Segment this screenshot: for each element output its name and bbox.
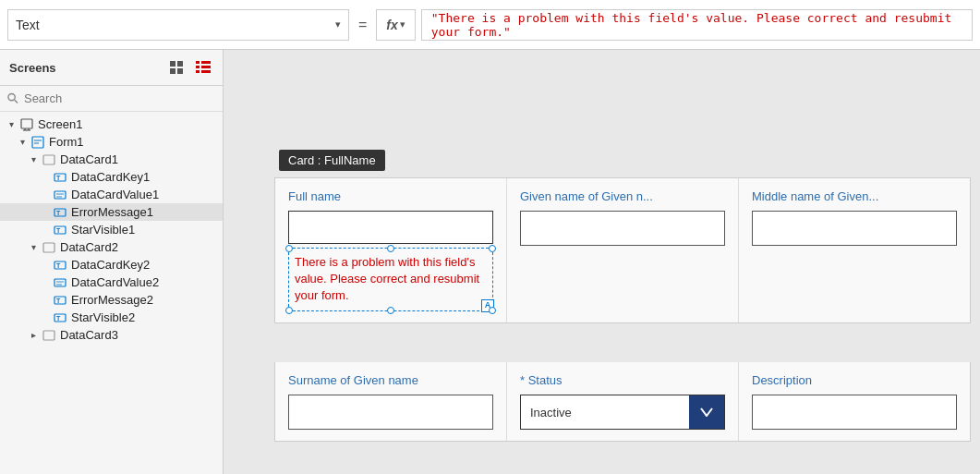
toggle-datacard1: ▾ [26, 154, 41, 164]
middlename-input[interactable] [752, 211, 957, 246]
sidebar-item-starvisible1[interactable]: T StarVisible1 [0, 221, 223, 238]
screen1-label: Screen1 [38, 117, 82, 131]
svg-rect-19 [43, 155, 54, 164]
grid-view-button[interactable] [167, 57, 188, 78]
property-label: Text [16, 18, 335, 32]
svg-text:T: T [56, 262, 61, 269]
status-dropdown[interactable]: Inactive [520, 395, 725, 430]
surname-label: Surname of Given name [288, 373, 493, 387]
svg-rect-3 [177, 68, 183, 74]
form-icon [30, 136, 46, 149]
svg-rect-7 [201, 66, 211, 68]
text-icon-em2: T [52, 294, 68, 307]
svg-text:T: T [56, 315, 61, 322]
sidebar-item-screen1[interactable]: ▾ Screen1 [0, 115, 223, 133]
formula-value: "There is a problem with this field's va… [431, 11, 962, 39]
starvisible1-label: StarVisible1 [71, 223, 135, 237]
datacardkey1-label: DataCardKey1 [71, 170, 150, 184]
text-icon-sv1: T [52, 224, 68, 237]
toggle-form1: ▾ [15, 137, 30, 147]
givenname-label: Given name of Given n... [520, 189, 725, 203]
svg-rect-5 [201, 61, 211, 64]
status-dropdown-button[interactable] [689, 395, 724, 430]
fx-label: fx [386, 18, 397, 32]
svg-rect-16 [32, 137, 43, 148]
svg-point-10 [8, 93, 15, 100]
sidebar-header: Screens [0, 50, 223, 86]
svg-rect-0 [170, 61, 175, 67]
sidebar-item-datacard2[interactable]: ▾ DataCard2 [0, 238, 223, 256]
fields-row-2: Surname of Given name * Status Inactive [274, 362, 971, 442]
fx-chevron-icon: ▾ [400, 18, 405, 30]
fullname-input-wrapper [288, 211, 493, 244]
screen-icon [18, 118, 35, 131]
handle-br [489, 307, 496, 314]
handle-bm [387, 307, 394, 314]
handle-tr [489, 245, 496, 252]
datacard3-icon [41, 329, 57, 342]
status-field: * Status Inactive [507, 362, 739, 441]
datacard1-label: DataCard1 [60, 152, 118, 166]
status-value: Inactive [521, 406, 689, 419]
sidebar-item-datacardvalue2[interactable]: DataCardValue2 [0, 273, 223, 291]
svg-rect-12 [21, 119, 32, 128]
sidebar-item-datacard3[interactable]: ▸ DataCard3 [0, 326, 223, 344]
property-dropdown[interactable]: Text ▾ [7, 9, 349, 41]
surname-input[interactable] [288, 395, 493, 430]
givenname-input[interactable] [520, 211, 725, 246]
sidebar-item-form1[interactable]: ▾ Form1 [0, 133, 223, 151]
sidebar-item-errormessage1[interactable]: T ErrorMessage1 [0, 203, 223, 221]
svg-text:T: T [56, 227, 61, 234]
multi-icon-2 [52, 276, 68, 289]
sidebar-item-datacardkey2[interactable]: T DataCardKey2 [0, 256, 223, 273]
description-field: Description [739, 362, 970, 441]
search-icon [7, 92, 18, 104]
property-chevron-icon: ▾ [335, 18, 341, 30]
canvas: Card : FullName Full name There is a pro… [224, 50, 980, 474]
description-label: Description [752, 373, 957, 387]
form1-label: Form1 [49, 135, 84, 149]
fullname-field: Full name There is a problem with this f… [275, 178, 507, 322]
fullname-input[interactable] [288, 211, 493, 244]
datacard1-icon [41, 153, 57, 166]
errormessage1-label: ErrorMessage1 [71, 205, 153, 219]
svg-rect-32 [54, 279, 66, 286]
tree-view: ▾ Screen1 ▾ [0, 112, 223, 474]
svg-rect-6 [196, 66, 200, 68]
sidebar-view-controls [167, 57, 213, 78]
datacard2-icon [41, 241, 57, 254]
description-input[interactable] [752, 395, 957, 430]
sidebar-item-starvisible2[interactable]: T StarVisible2 [0, 309, 223, 326]
equals-symbol: = [355, 17, 370, 33]
formula-bar[interactable]: "There is a problem with this field's va… [421, 9, 973, 41]
sidebar-item-datacardvalue1[interactable]: DataCardValue1 [0, 186, 223, 203]
handle-bl [285, 307, 293, 314]
sidebar-item-datacardkey1[interactable]: T DataCardKey1 [0, 168, 223, 186]
sidebar: Screens [0, 50, 224, 474]
svg-rect-8 [196, 70, 200, 73]
sidebar-item-errormessage2[interactable]: T ErrorMessage2 [0, 291, 223, 309]
list-view-button[interactable] [193, 57, 213, 78]
datacard2-label: DataCard2 [60, 240, 118, 254]
givenname-field: Given name of Given n... [507, 178, 739, 322]
error-text-box[interactable]: There is a problem with this field's val… [288, 248, 493, 311]
datacard3-label: DataCard3 [60, 328, 118, 342]
search-bar [0, 86, 223, 112]
fullname-label: Full name [288, 189, 493, 203]
text-icon-sv2: T [52, 311, 68, 324]
search-input[interactable] [24, 91, 215, 105]
starvisible2-label: StarVisible2 [71, 310, 135, 324]
fx-button[interactable]: fx ▾ [376, 9, 415, 41]
svg-rect-2 [170, 68, 175, 74]
surname-field: Surname of Given name [275, 362, 507, 441]
svg-rect-9 [201, 70, 211, 73]
handle-tl [285, 245, 293, 252]
dropdown-chevron-icon [700, 407, 713, 417]
toggle-screen1: ▾ [4, 119, 18, 129]
error-text: There is a problem with this field's val… [295, 255, 479, 302]
status-label: * Status [520, 373, 725, 387]
sidebar-item-datacard1[interactable]: ▾ DataCard1 [0, 151, 223, 168]
svg-rect-4 [196, 61, 200, 64]
svg-text:T: T [56, 175, 61, 181]
toggle-datacard3: ▸ [26, 330, 41, 340]
